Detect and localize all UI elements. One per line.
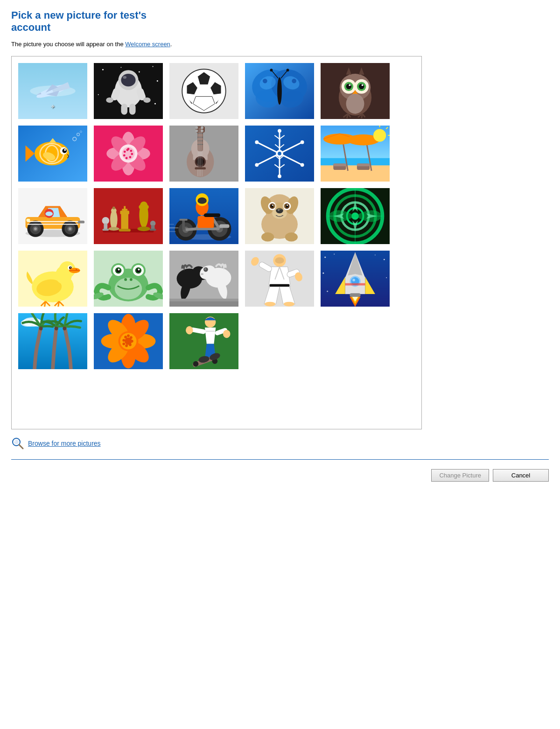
image-cell-rocket[interactable] [320, 250, 391, 308]
svg-point-136 [255, 163, 259, 167]
image-cell-duck[interactable] [17, 250, 88, 308]
svg-rect-149 [333, 163, 346, 166]
svg-point-12 [153, 66, 154, 67]
svg-point-19 [123, 76, 126, 79]
svg-point-62 [346, 94, 364, 114]
svg-point-234 [272, 204, 273, 206]
image-cell-chess[interactable] [93, 187, 164, 245]
svg-rect-214 [179, 219, 188, 221]
svg-marker-363 [205, 328, 216, 344]
svg-rect-193 [103, 229, 109, 231]
svg-point-173 [45, 211, 53, 216]
image-cell-beach[interactable] [320, 125, 391, 182]
image-cell-dog[interactable] [244, 187, 315, 245]
svg-rect-192 [104, 223, 107, 230]
svg-point-212 [197, 197, 206, 204]
svg-point-130 [278, 152, 281, 155]
svg-point-378 [14, 440, 16, 442]
image-cell-orange-flower[interactable] [93, 312, 164, 370]
svg-point-294 [201, 273, 203, 275]
svg-point-371 [193, 361, 199, 367]
svg-point-91 [126, 157, 128, 159]
svg-point-110 [201, 126, 203, 129]
svg-point-241 [269, 233, 273, 237]
svg-point-236 [273, 203, 286, 210]
svg-point-293 [204, 268, 206, 270]
svg-point-132 [278, 175, 281, 178]
image-cell-karate[interactable] [244, 250, 315, 308]
image-cell-soccer[interactable] [168, 62, 239, 120]
svg-point-46 [270, 69, 273, 71]
image-grid-container: ✈ [11, 56, 422, 429]
svg-point-57 [346, 84, 352, 89]
svg-point-313 [324, 257, 326, 258]
svg-rect-174 [27, 219, 30, 222]
svg-point-355 [125, 344, 128, 347]
image-cell-airplane[interactable]: ✈ [17, 62, 88, 120]
page-title: Pick a new picture for test's account [11, 9, 549, 34]
svg-text:✈: ✈ [51, 104, 55, 109]
image-cell-flower[interactable] [93, 125, 164, 182]
svg-point-278 [118, 268, 120, 270]
svg-point-93 [124, 150, 126, 153]
svg-point-266 [76, 269, 77, 270]
svg-point-263 [70, 266, 71, 267]
svg-rect-301 [270, 284, 290, 287]
svg-point-190 [112, 206, 115, 209]
svg-rect-196 [150, 229, 156, 231]
svg-point-183 [137, 226, 150, 231]
cancel-button[interactable]: Cancel [493, 469, 549, 482]
image-cell-frog[interactable] [93, 250, 164, 308]
svg-rect-181 [122, 209, 127, 210]
svg-rect-215 [204, 213, 220, 217]
image-cell-palms[interactable] [17, 312, 88, 370]
image-cell-astronaut[interactable] [93, 62, 164, 120]
svg-point-235 [287, 204, 288, 206]
svg-point-316 [375, 254, 376, 255]
svg-point-191 [102, 217, 110, 224]
svg-point-319 [327, 291, 328, 292]
svg-point-368 [223, 329, 231, 338]
svg-point-360 [125, 337, 132, 345]
svg-point-88 [130, 150, 132, 152]
svg-rect-151 [357, 163, 370, 166]
svg-point-18 [121, 74, 135, 86]
browse-link[interactable]: Browse for more pictures [28, 440, 101, 447]
svg-point-89 [131, 153, 133, 155]
svg-rect-332 [345, 283, 365, 286]
svg-point-22 [106, 97, 113, 103]
image-cell-skater[interactable] [168, 312, 239, 370]
svg-rect-177 [121, 213, 128, 231]
change-picture-button[interactable]: Change Picture [431, 469, 489, 482]
svg-point-94 [126, 149, 129, 151]
svg-point-314 [334, 253, 335, 254]
divider [11, 459, 549, 460]
image-cell-butterfly[interactable] [244, 62, 315, 120]
image-cell-green-swirl[interactable] [320, 187, 391, 245]
image-cell-racecar[interactable] [17, 187, 88, 245]
svg-point-311 [284, 301, 294, 306]
svg-point-133 [255, 140, 259, 144]
svg-point-10 [120, 67, 121, 68]
image-cell-horse[interactable] [168, 250, 239, 308]
browse-row[interactable]: Browse for more pictures [11, 437, 549, 450]
svg-point-315 [384, 259, 385, 260]
svg-rect-24 [121, 104, 127, 114]
svg-point-134 [301, 163, 304, 167]
svg-rect-138 [321, 163, 390, 182]
image-cell-owl[interactable] [320, 62, 391, 120]
image-cell-motorbike[interactable] [168, 187, 239, 245]
image-cell-snowflake[interactable] [244, 125, 315, 182]
image-cell-fish[interactable] [17, 125, 88, 182]
svg-rect-209 [197, 216, 214, 228]
svg-point-41 [263, 78, 267, 83]
image-cell-guitar[interactable] [168, 125, 239, 182]
svg-point-337 [39, 327, 43, 330]
svg-rect-116 [195, 167, 206, 169]
svg-point-351 [127, 334, 130, 337]
svg-point-299 [275, 257, 284, 264]
welcome-screen-link[interactable]: Welcome screen [125, 41, 170, 48]
svg-point-338 [55, 327, 58, 330]
svg-point-131 [278, 129, 281, 133]
svg-point-366 [186, 326, 193, 335]
